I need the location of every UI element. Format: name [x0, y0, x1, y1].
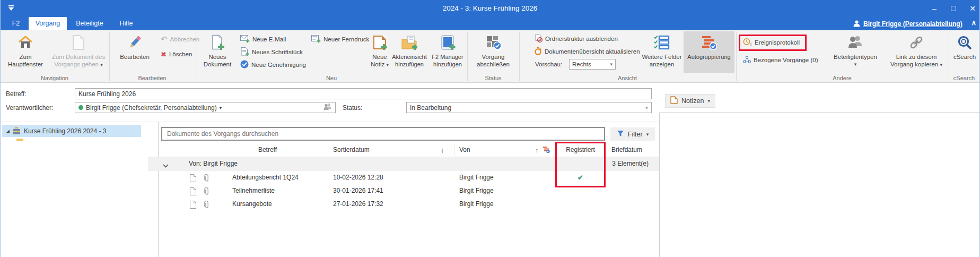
dokumentenuebersicht-aktualisieren-button[interactable]: Dokumentenübersicht aktualisieren	[534, 46, 640, 57]
neue-genehmigung-button[interactable]: Neue Genehmigung	[240, 59, 306, 70]
paperclip-icon	[204, 174, 209, 182]
tablet-icon	[440, 31, 456, 54]
group-label: Von: Birgit Frigge	[189, 157, 238, 170]
verantwortlicher-field[interactable]: Birgit Frigge (Chefsekretär, Personalabt…	[75, 102, 336, 113]
weitere-felder-button[interactable]: Weitere Felder anzeigen	[640, 31, 684, 73]
dropdown-icon: ▾	[940, 62, 942, 67]
pencil-icon	[127, 31, 143, 54]
column-header-sortierdatum[interactable]: Sortierdatum	[333, 143, 370, 157]
group-label-csearch: cSearch	[949, 75, 979, 82]
document-icon	[72, 31, 85, 54]
filter-funnel-icon	[617, 130, 624, 139]
column-header-registriert[interactable]: Registriert	[557, 143, 604, 157]
file-access-folder-icon	[401, 31, 418, 54]
dropdown-icon: ▾	[854, 61, 857, 68]
group-by-icon[interactable]	[542, 146, 550, 155]
collapse-ribbon-chevron[interactable]: ∧	[971, 19, 976, 27]
sort-desc-icon[interactable]: ↓	[441, 143, 444, 157]
row-von: Birgit Frigge	[459, 171, 494, 184]
email-icon	[240, 35, 250, 44]
ribbon-tab-row: F2 Vorgang Beteiligte Hilfe Birgit Frigg…	[1, 17, 979, 30]
f2-manager-button[interactable]: F2 Manager hinzufügen	[429, 31, 466, 73]
f2-case-window: 2024 - 3: Kurse Frühling 2026 – ✕ F2 Vor…	[0, 0, 980, 257]
minimize-button[interactable]: –	[931, 5, 938, 12]
document-search-input[interactable]	[161, 127, 605, 141]
dropdown-icon: ▾	[220, 105, 222, 110]
akteneinsicht-button[interactable]: Akteneinsicht hinzufügen	[388, 31, 431, 73]
row-von: Birgit Frigge	[459, 198, 494, 211]
letter-document-icon	[240, 47, 249, 57]
tab-f2[interactable]: F2	[5, 17, 27, 30]
status-label: Status:	[343, 104, 362, 112]
group-label-navigation: Navigation	[18, 75, 92, 82]
vorschau-select[interactable]: Rechts ▾	[569, 59, 616, 70]
neuer-ferndruck-button[interactable]: Neuer Ferndruck	[311, 34, 369, 45]
loeschen-button[interactable]: ✖ Löschen	[161, 49, 192, 59]
column-header-briefdatum[interactable]: Briefdatum	[611, 143, 642, 157]
tab-vorgang[interactable]: Vorgang	[29, 17, 67, 30]
presence-dot	[78, 105, 83, 110]
autogruppierung-button[interactable]: Autogruppierung	[684, 31, 734, 73]
sort-asc-icon[interactable]: ↑	[535, 143, 539, 157]
maximize-button[interactable]	[950, 5, 957, 12]
vorgang-abschliessen-button[interactable]: Vorgang abschließen	[470, 31, 516, 73]
window-title: 2024 - 3: Kurse Frühling 2026	[1, 0, 979, 17]
group-collapse-chevron-icon[interactable]	[163, 160, 169, 170]
delete-icon: ✖	[161, 50, 167, 58]
bezogene-vorgaenge-button[interactable]: Bezogene Vorgänge (0)	[743, 55, 818, 65]
zum-dokument-button[interactable]: Zum Dokument des Vorgangs gehen ▾	[48, 31, 109, 73]
csearch-button[interactable]: cSearch	[951, 31, 978, 73]
autogroup-icon	[701, 31, 717, 54]
betreff-label: Betreff:	[6, 90, 26, 98]
status-select[interactable]: In Bearbeitung ▾	[406, 102, 652, 113]
tree-child-folder-icon	[16, 139, 23, 141]
zum-hauptfenster-button[interactable]: Zum Hauptfenster	[4, 31, 47, 73]
participants-icon	[847, 31, 864, 54]
approval-check-icon	[240, 60, 249, 70]
dropdown-icon: ▾	[646, 132, 649, 137]
bearbeiten-button[interactable]: Bearbeiten	[112, 31, 158, 73]
neues-dokument-button[interactable]: Neues Dokument	[199, 31, 236, 73]
dropdown-icon: ▾	[707, 98, 710, 104]
note-icon	[372, 31, 388, 54]
paperclip-icon	[204, 200, 209, 208]
link-kopieren-button[interactable]: Link zu diesem Vorgang kopieren ▾	[887, 31, 946, 73]
filter-button[interactable]: Filter ▾	[610, 127, 655, 141]
participants-small-icon[interactable]	[323, 103, 332, 112]
registered-check-icon: ✔	[557, 171, 604, 184]
registered-check-icon	[557, 198, 604, 211]
tab-beteiligte[interactable]: Beteiligte	[69, 17, 110, 30]
beteiligtentypen-button[interactable]: Beteiligtentypen ▾	[826, 31, 885, 73]
new-document-icon	[209, 31, 225, 54]
group-label-status: Status	[456, 75, 530, 82]
table-row[interactable]: Kursangebote 27-01-2026 17:32 Birgit Fri…	[148, 198, 659, 211]
person-icon	[853, 20, 860, 27]
group-label-neu: Neu	[294, 75, 369, 82]
betreff-input[interactable]	[75, 88, 652, 99]
user-name: Birgit Frigge (Personalabteilung)	[863, 20, 962, 28]
verantwortlicher-label: Verantwortlicher:	[6, 104, 53, 112]
row-sortierdatum: 10-02-2026 12:28	[333, 171, 383, 184]
column-header-von[interactable]: Von	[459, 143, 470, 157]
close-button[interactable]: ✕	[969, 5, 976, 12]
table-row[interactable]: Abteilungsbericht 1Q24 10-02-2026 12:28 …	[148, 171, 659, 184]
neues-schriftstueck-button[interactable]: Neues Schriftstück	[240, 47, 303, 57]
table-row[interactable]: Teilnehmerliste 30-01-2026 17:41 Birgit …	[148, 184, 659, 198]
row-betreff: Abteilungsbericht 1Q24	[232, 171, 299, 184]
ordnerstruktur-ausblenden-button[interactable]: Ordnerstruktur ausblenden	[534, 33, 618, 44]
column-header-betreff[interactable]: Betreff	[207, 143, 328, 157]
refresh-icon	[534, 47, 542, 56]
current-user-link[interactable]: Birgit Frigge (Personalabteilung)	[853, 17, 962, 30]
ereignisprotokoll-button[interactable]: Ereignisprotokoll	[743, 37, 800, 48]
neue-email-button[interactable]: Neue E-Mail	[240, 34, 286, 45]
list-group-row[interactable]: Von: Birgit Frigge 3 Element(e)	[148, 157, 659, 171]
related-cases-icon	[743, 56, 751, 64]
notizen-button[interactable]: Notizen ▾	[665, 94, 715, 108]
abbrechen-button[interactable]: ↶ Abbrechen	[161, 34, 199, 45]
tree-expander-icon[interactable]: ◢	[6, 128, 12, 134]
csearch-magnifier-icon	[957, 31, 973, 54]
case-briefcase-icon	[12, 127, 21, 135]
tab-hilfe[interactable]: Hilfe	[112, 17, 141, 30]
document-icon	[189, 174, 196, 182]
tree-item-case[interactable]: ◢ Kurse Frühling 2026 2024 - 3	[2, 125, 141, 137]
